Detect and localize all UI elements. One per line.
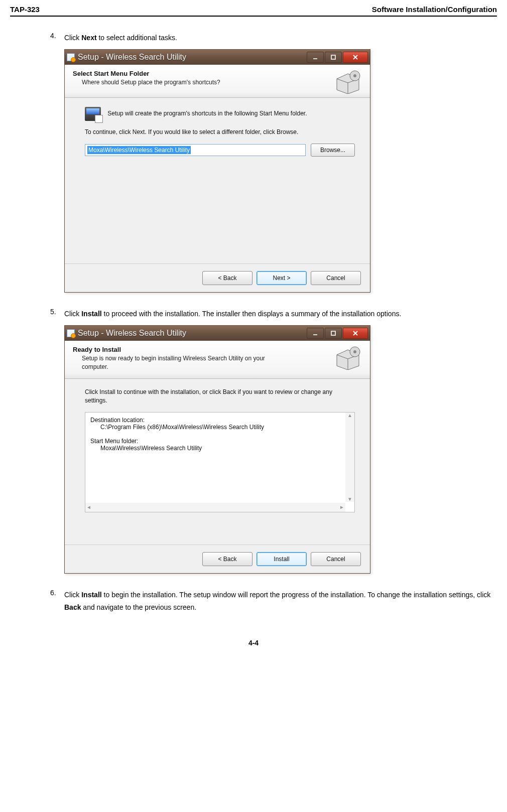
cancel-button[interactable]: Cancel bbox=[311, 271, 361, 285]
wizard-heading: Ready to Install bbox=[73, 346, 362, 353]
step-number: 4. bbox=[50, 32, 64, 44]
step-number: 5. bbox=[50, 308, 64, 320]
installer-icon bbox=[67, 53, 75, 61]
body-text-1: Setup will create the program's shortcut… bbox=[85, 107, 355, 121]
close-button[interactable] bbox=[343, 52, 368, 63]
step-5-text: Click Install to proceed with the instal… bbox=[64, 308, 497, 320]
maximize-button[interactable] bbox=[325, 328, 342, 339]
browse-button[interactable]: Browse... bbox=[311, 144, 355, 157]
install-button[interactable]: Install bbox=[257, 552, 307, 566]
step-6-text: Click Install to begin the installation.… bbox=[64, 589, 497, 614]
maximize-button[interactable] bbox=[325, 52, 342, 63]
vertical-scrollbar[interactable]: ▲ ▼ bbox=[345, 413, 354, 502]
doc-header-right: Software Installation/Configuration bbox=[372, 5, 497, 14]
wizard-subheading: Setup is now ready to begin installing W… bbox=[82, 354, 283, 371]
installer-window-2: Setup - Wireless Search Utility Ready to… bbox=[64, 325, 370, 574]
installer-window-1: Setup - Wireless Search Utility Select S… bbox=[64, 49, 370, 293]
svg-point-15 bbox=[353, 350, 356, 353]
close-button[interactable] bbox=[343, 328, 368, 339]
doc-header-left: TAP-323 bbox=[10, 5, 40, 14]
page-number: 4-4 bbox=[10, 639, 497, 647]
header-divider bbox=[10, 16, 497, 17]
start-menu-path-input[interactable]: Moxa\Wireless\Wireless Search Utility bbox=[85, 144, 306, 156]
scroll-down-icon: ▼ bbox=[347, 496, 352, 502]
summary-box: Destination location: C:\Program Files (… bbox=[85, 412, 355, 512]
scroll-left-icon: ◄ bbox=[86, 504, 91, 510]
next-button[interactable]: Next > bbox=[257, 271, 307, 285]
horizontal-scrollbar[interactable]: ◄ ► bbox=[85, 503, 345, 512]
wizard-subheading: Where should Setup place the program's s… bbox=[82, 78, 283, 87]
step-number: 6. bbox=[50, 589, 64, 614]
svg-rect-1 bbox=[331, 55, 335, 59]
summary-text: Destination location: C:\Program Files (… bbox=[90, 417, 349, 452]
window-title: Setup - Wireless Search Utility bbox=[78, 53, 186, 62]
scroll-up-icon: ▲ bbox=[347, 413, 352, 418]
body-text-2: To continue, click Next. If you would li… bbox=[85, 128, 355, 137]
svg-point-7 bbox=[353, 74, 356, 77]
svg-rect-9 bbox=[331, 331, 335, 335]
window-title: Setup - Wireless Search Utility bbox=[78, 329, 186, 338]
titlebar: Setup - Wireless Search Utility bbox=[65, 50, 370, 65]
minimize-button[interactable] bbox=[307, 328, 324, 339]
box-icon bbox=[333, 345, 363, 370]
minimize-button[interactable] bbox=[307, 52, 324, 63]
cancel-button[interactable]: Cancel bbox=[311, 552, 361, 566]
step-4-text: Click Next to select additional tasks. bbox=[64, 32, 497, 44]
installer-icon bbox=[67, 329, 75, 337]
scroll-right-icon: ► bbox=[339, 504, 344, 510]
box-icon bbox=[333, 69, 363, 94]
back-button[interactable]: < Back bbox=[202, 271, 252, 285]
body-text-1: Click Install to continue with the insta… bbox=[85, 388, 355, 405]
titlebar: Setup - Wireless Search Utility bbox=[65, 326, 370, 341]
folder-icon bbox=[85, 107, 101, 121]
back-button[interactable]: < Back bbox=[202, 552, 252, 566]
wizard-heading: Select Start Menu Folder bbox=[73, 70, 362, 77]
